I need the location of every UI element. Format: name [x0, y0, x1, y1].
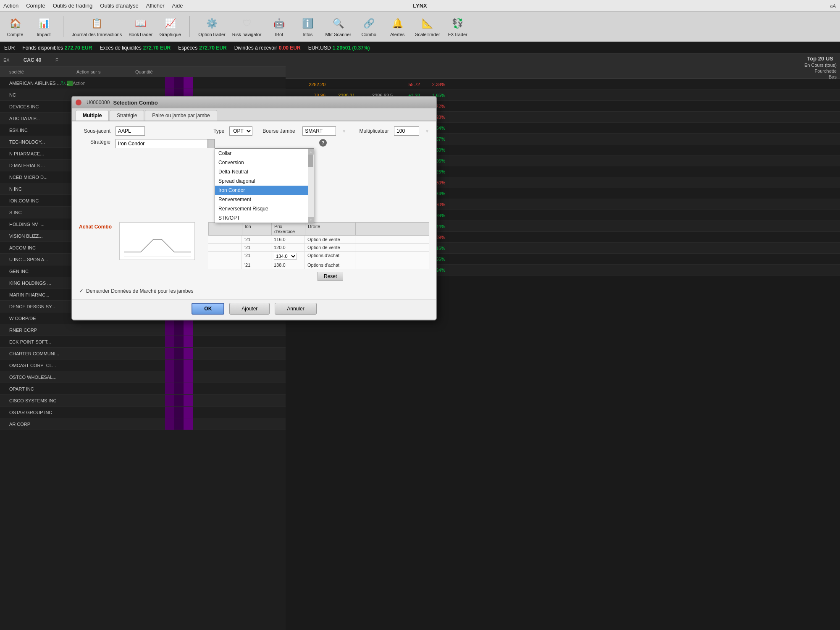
sous-jacent-label: Sous-jacent: [79, 128, 110, 134]
reset-button[interactable]: Reset: [318, 272, 343, 281]
ajouter-button[interactable]: Ajouter: [229, 303, 270, 315]
dialog-close-button[interactable]: [76, 100, 81, 105]
cell-societe: CISCO SYSTEMS INC: [8, 398, 73, 403]
menu-item-trading[interactable]: Outils de trading: [53, 3, 93, 9]
strategie-row: Stratégie ▼ Collar Conversion Delta-Neut…: [79, 139, 429, 214]
leg-header-prix: Prix d'exercice: [272, 223, 305, 235]
help-icon[interactable]: ?: [319, 139, 327, 147]
achat-combo-label: Achat Combo: [79, 222, 113, 230]
option-collar[interactable]: Collar: [215, 149, 314, 158]
cell-societe: S INC: [8, 210, 73, 215]
toolbar-fxtrader[interactable]: 💱 FXTrader: [447, 16, 469, 37]
menu-item-aide[interactable]: Aide: [172, 3, 183, 9]
strategie-input[interactable]: [116, 139, 208, 148]
cell-societe: RNER CORP: [8, 328, 73, 333]
toolbar-combo[interactable]: 🔗 Combo: [358, 16, 380, 37]
bourse-jambe-input[interactable]: [302, 126, 336, 136]
toolbar-scanner[interactable]: 🔍 Mkt Scanner: [325, 16, 351, 37]
dialog-titlebar: U0000000 Sélection Combo: [72, 97, 436, 108]
annuler-button[interactable]: Annuler: [275, 303, 316, 315]
toolbar-impact[interactable]: 📊 Impact: [33, 16, 55, 37]
toolbar-scaletrader[interactable]: 📐 ScaleTrader: [415, 16, 440, 37]
strategie-dropdown-arrow[interactable]: ▼: [208, 139, 215, 148]
cac40-header: CAC 40: [9, 57, 55, 63]
option-stk-opt[interactable]: STK/OPT: [215, 213, 314, 223]
tab-strategie[interactable]: Stratégie: [110, 110, 144, 121]
leg-row-1: '21 116.0 Option de vente: [208, 236, 429, 244]
toolbar-alertes[interactable]: 🔔 Alertes: [386, 16, 408, 37]
leg2-action: [208, 244, 242, 251]
option-renversement-risque[interactable]: Renversement Risque: [215, 204, 314, 213]
leg1-prix-val: 116.0: [274, 237, 286, 242]
color-block: [174, 407, 184, 418]
toolbar-separator: [63, 16, 63, 37]
scroll-down-btn[interactable]: ▼: [308, 217, 314, 223]
demander-row: ✓ Demander Données de Marché pour les ja…: [79, 288, 429, 294]
leg1-droite: Option de vente: [305, 236, 355, 243]
cell-societe: N INC: [8, 186, 73, 192]
tab-multiple[interactable]: Multiple: [76, 110, 109, 121]
status-eur: EUR: [4, 45, 15, 51]
sous-jacent-input[interactable]: [116, 126, 145, 136]
combo-dialog: U0000000 Sélection Combo Multiple Straté…: [71, 96, 437, 320]
toolbar-infos[interactable]: ℹ️ Infos: [297, 16, 318, 37]
option-iron-condor[interactable]: Iron Condor: [215, 186, 314, 195]
f-header: F: [55, 58, 97, 63]
combo-graph: [119, 222, 195, 260]
menu-item-action[interactable]: Action: [3, 3, 18, 9]
leg3-prix: 134.0: [271, 252, 305, 261]
font-size-control[interactable]: aA: [830, 3, 836, 8]
toolbar-journal[interactable]: 📋 Journal des transactions: [72, 16, 122, 37]
ok-button[interactable]: OK: [192, 303, 224, 315]
menu-item-analyse[interactable]: Outils d'analyse: [100, 3, 138, 9]
left-table-row: AR CORP: [0, 418, 286, 430]
cell-societe: ATIC DATA P...: [8, 116, 73, 121]
toolbar-fxtrader-label: FXTrader: [448, 32, 467, 37]
option-spread[interactable]: Spread diagonal: [215, 176, 314, 186]
toolbar-ibot[interactable]: 🤖 IBot: [268, 16, 290, 37]
toolbar-alertes-label: Alertes: [390, 32, 404, 37]
scroll-up-btn[interactable]: ▲: [308, 149, 314, 155]
cell-societe: NC: [8, 92, 73, 97]
toolbar-graphique[interactable]: 📈 Graphique: [159, 16, 181, 37]
menu-item-compte[interactable]: Compte: [26, 3, 45, 9]
option-renversement[interactable]: Renversement: [215, 195, 314, 204]
cell-societe: ADCOM INC: [8, 245, 73, 250]
leg3-prix-select[interactable]: 134.0: [274, 253, 297, 260]
option-conversion[interactable]: Conversion: [215, 158, 314, 167]
multiplicateur-input[interactable]: [394, 126, 419, 136]
menu-item-afficher[interactable]: Afficher: [146, 3, 165, 9]
left-table-row: CISCO SYSTEMS INC: [0, 395, 286, 407]
app-title: LYNX: [413, 3, 427, 9]
toolbar-risk[interactable]: 🛡 Risk navigator: [232, 16, 262, 37]
svg-line-1: [141, 239, 153, 252]
mult-dropdown-arrow[interactable]: ▼: [425, 129, 429, 134]
leg-header-droite: Droite: [305, 223, 356, 235]
left-table-row: AMERICAN AIRLINES ...↻ConsolidéAction: [0, 77, 286, 89]
status-eurusd: EUR.USD 1.20501 (0.37%): [308, 45, 370, 51]
toolbar-compte[interactable]: 🏠 Compte: [4, 16, 26, 37]
leg-row-4: '21 138.0 Options d'achat: [208, 261, 429, 269]
bourse-dropdown-arrow[interactable]: ▼: [342, 129, 346, 134]
tab-paire[interactable]: Paire ou jambe par jambe: [145, 110, 217, 121]
dialog-id: U0000000: [87, 100, 110, 105]
especes-value: 272.70 EUR: [199, 45, 226, 51]
infos-icon: ℹ️: [302, 18, 313, 29]
cell-societe: GEN INC: [8, 269, 73, 274]
toolbar-optiontrader[interactable]: ⚙️ OptionTrader: [198, 16, 225, 37]
cell-societe: AR CORP: [8, 422, 73, 427]
type-select[interactable]: OPT: [229, 126, 252, 136]
color-block: [174, 360, 184, 371]
journal-icon: 📋: [91, 18, 102, 29]
dialog-body: Sous-jacent Type OPT Bourse Jambe ▼ Mult…: [72, 121, 436, 299]
toolbar-booktrader[interactable]: 📖 BookTrader: [129, 16, 152, 37]
strategy-dropdown: Collar Conversion Delta-Neutral Spread d…: [215, 148, 314, 223]
scroll-thumb[interactable]: [308, 155, 313, 167]
color-block: [165, 418, 174, 430]
cell-societe: TECHNOLOGY...: [8, 139, 73, 144]
option-delta[interactable]: Delta-Neutral: [215, 167, 314, 176]
leg4-action: [208, 261, 242, 269]
toolbar-scaletrader-label: ScaleTrader: [415, 32, 440, 37]
leg2-expiry: '21: [242, 244, 271, 251]
toolbar-separator-2: [189, 16, 190, 37]
